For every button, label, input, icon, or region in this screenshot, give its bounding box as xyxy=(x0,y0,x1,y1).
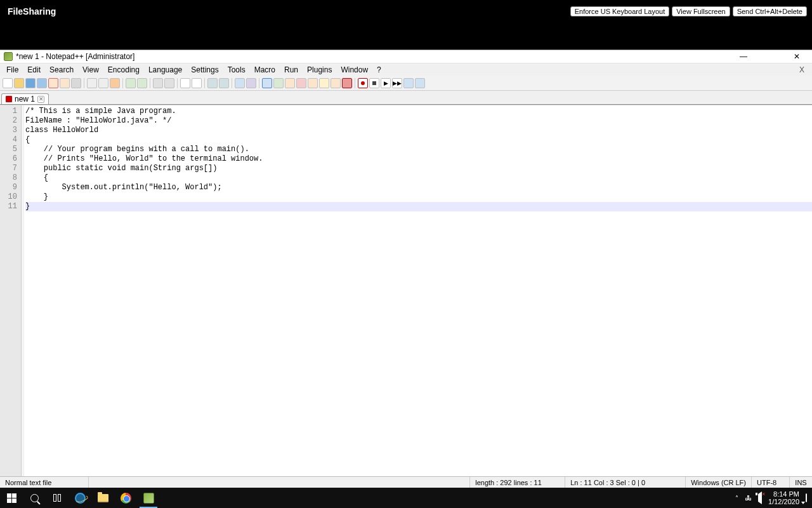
taskbar: ˄ 🖧 8:14 PM 1/12/2020 xyxy=(0,488,812,508)
tray-date: 1/12/2020 xyxy=(768,498,799,505)
status-mode: INS xyxy=(790,477,812,488)
tray-overflow-icon[interactable]: ˄ xyxy=(735,495,738,502)
menu-edit[interactable]: Edit xyxy=(23,65,44,75)
titlebar[interactable]: *new 1 - Notepad++ [Administrator] — ✕ xyxy=(0,50,812,63)
editor: 1234567891011 /* This is a simple Java p… xyxy=(0,105,812,476)
redo-icon[interactable] xyxy=(137,78,147,88)
vnc-send-cad-button[interactable]: Send Ctrl+Alt+Delete xyxy=(733,6,807,17)
zoom-out-icon[interactable] xyxy=(192,78,202,88)
start-button[interactable] xyxy=(0,488,23,508)
menu-plugins[interactable]: Plugins xyxy=(303,65,336,75)
status-encoding: UTF-8 xyxy=(752,477,790,488)
code-line[interactable]: System.out.println("Hello, World"); xyxy=(25,183,812,192)
close-file-icon[interactable] xyxy=(48,78,58,88)
tray-clock[interactable]: 8:14 PM 1/12/2020 xyxy=(768,490,799,505)
folder-workspace-icon[interactable] xyxy=(319,78,329,88)
show-indent-guide-icon[interactable] xyxy=(262,78,272,88)
search-button[interactable] xyxy=(23,488,46,508)
toolbar: ▶ ▶▶ xyxy=(0,76,812,91)
user-lang-icon[interactable] xyxy=(273,78,284,88)
start-record-icon[interactable] xyxy=(358,78,368,88)
tabbar: new 1 ✕ xyxy=(0,91,812,105)
func-list-icon[interactable] xyxy=(308,78,318,88)
paste-icon[interactable] xyxy=(110,78,120,88)
minimize-button[interactable]: — xyxy=(735,51,752,62)
find-icon[interactable] xyxy=(153,78,163,88)
taskbar-explorer-icon[interactable] xyxy=(91,488,114,508)
code-area[interactable]: /* This is a simple Java program.FileNam… xyxy=(24,105,812,476)
toolbar-separator xyxy=(84,78,84,88)
sync-vscroll-icon[interactable] xyxy=(207,78,218,88)
maximize-button[interactable] xyxy=(761,51,779,62)
menu-macro[interactable]: Macro xyxy=(251,65,279,75)
doc-list-icon[interactable] xyxy=(296,78,306,88)
menu-view[interactable]: View xyxy=(79,65,103,75)
status-spacer xyxy=(89,477,470,488)
window-controls: — ✕ xyxy=(735,51,808,62)
close-all-icon[interactable] xyxy=(60,78,70,88)
word-wrap-icon[interactable] xyxy=(235,78,245,88)
action-center-icon[interactable] xyxy=(806,494,807,502)
play-record-icon[interactable]: ▶ xyxy=(381,78,391,88)
open-file-icon[interactable] xyxy=(14,78,24,88)
menu-help[interactable]: ? xyxy=(373,65,385,75)
undo-icon[interactable] xyxy=(126,78,136,88)
toolbar-separator xyxy=(204,78,205,88)
save-file-icon[interactable] xyxy=(25,78,36,88)
menu-window[interactable]: Window xyxy=(337,65,372,75)
print-icon[interactable] xyxy=(71,78,81,88)
vnc-view-fullscreen-button[interactable]: View Fullscreen xyxy=(672,6,730,17)
taskbar-ie-icon[interactable] xyxy=(69,488,91,508)
menu-encoding[interactable]: Encoding xyxy=(104,65,143,75)
zoom-in-icon[interactable] xyxy=(180,78,190,88)
status-length-lines: length : 292 lines : 11 xyxy=(470,477,565,488)
code-line[interactable]: class HelloWorld xyxy=(25,126,812,135)
code-line[interactable]: { xyxy=(25,173,812,183)
close-document-x[interactable]: X xyxy=(799,65,809,74)
notepadpp-window: *new 1 - Notepad++ [Administrator] — ✕ F… xyxy=(0,50,812,488)
doc-map-icon[interactable] xyxy=(285,78,295,88)
code-line[interactable]: } xyxy=(25,192,812,202)
code-line[interactable]: } xyxy=(25,202,812,211)
new-file-icon[interactable] xyxy=(3,78,13,88)
menu-tools[interactable]: Tools xyxy=(224,65,249,75)
toolbar-separator xyxy=(177,78,178,88)
code-line[interactable]: // Your program begins with a call to ma… xyxy=(25,145,812,154)
menu-file[interactable]: File xyxy=(3,65,22,75)
menu-search[interactable]: Search xyxy=(46,65,77,75)
menu-settings[interactable]: Settings xyxy=(187,65,222,75)
vnc-button-group: Enforce US Keyboard Layout View Fullscre… xyxy=(570,6,807,17)
sync-hscroll-icon[interactable] xyxy=(219,78,229,88)
code-line[interactable]: FileName : "HelloWorld.java". */ xyxy=(25,116,812,126)
tray-volume-icon[interactable] xyxy=(758,494,762,502)
tray-time: 8:14 PM xyxy=(768,490,799,498)
code-line[interactable]: public static void main(String args[]) xyxy=(25,164,812,173)
monitor-icon[interactable] xyxy=(331,78,341,88)
taskbar-notepadpp-icon[interactable] xyxy=(137,488,160,508)
play-multi-icon[interactable]: ▶▶ xyxy=(392,78,402,88)
toolbar-separator xyxy=(259,78,259,88)
taskbar-chrome-icon[interactable] xyxy=(114,488,137,508)
close-button[interactable]: ✕ xyxy=(788,51,806,62)
code-line[interactable]: /* This is a simple Java program. xyxy=(25,107,812,116)
run-macro-multi-icon[interactable] xyxy=(415,78,425,88)
menu-run[interactable]: Run xyxy=(280,65,302,75)
replace-icon[interactable] xyxy=(164,78,174,88)
stop-record-icon[interactable] xyxy=(369,78,379,88)
window-title: *new 1 - Notepad++ [Administrator] xyxy=(16,52,134,61)
code-line[interactable]: // Prints "Hello, World" to the terminal… xyxy=(25,154,812,164)
tab-new1[interactable]: new 1 ✕ xyxy=(1,93,49,104)
cut-icon[interactable] xyxy=(87,78,97,88)
copy-icon[interactable] xyxy=(98,78,108,88)
save-macro-icon[interactable] xyxy=(403,78,414,88)
show-all-chars-icon[interactable] xyxy=(246,78,256,88)
debug-icon[interactable] xyxy=(342,78,352,88)
task-view-button[interactable] xyxy=(46,488,69,508)
save-all-icon[interactable] xyxy=(37,78,47,88)
code-line[interactable]: { xyxy=(25,135,812,145)
menu-language[interactable]: Language xyxy=(145,65,186,75)
tray-network-icon[interactable]: 🖧 xyxy=(745,494,752,502)
vnc-enforce-keyboard-button[interactable]: Enforce US Keyboard Layout xyxy=(570,6,669,17)
vnc-title: FileSharing xyxy=(8,6,56,17)
tab-close-icon[interactable]: ✕ xyxy=(37,96,44,103)
